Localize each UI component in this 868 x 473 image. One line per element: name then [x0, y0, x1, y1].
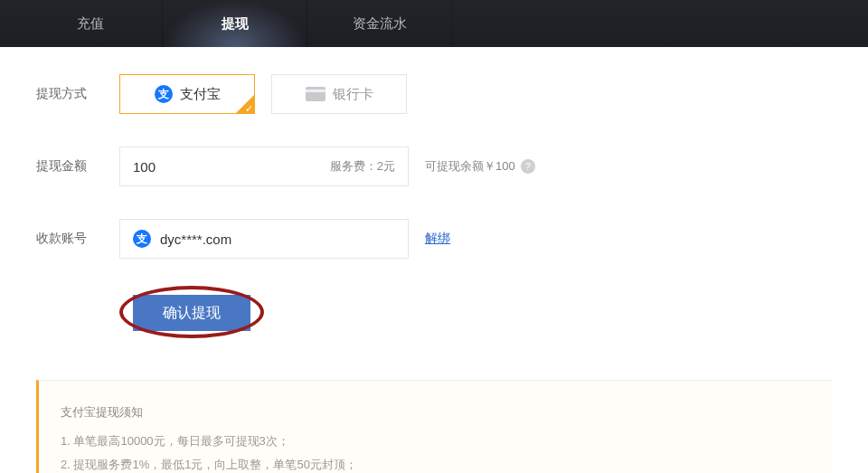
label-amount: 提现金额	[36, 158, 119, 175]
balance-value: 可提现余额￥100	[425, 158, 515, 175]
content-panel: 提现方式 支 支付宝 银行卡 提现金额 服务费：2元 可提现余额￥100 ? 收…	[0, 47, 868, 473]
row-amount: 提现金额 服务费：2元 可提现余额￥100 ?	[36, 147, 832, 186]
fee-text: 服务费：2元	[330, 158, 395, 175]
tab-fund-flow[interactable]: 资金流水	[307, 0, 452, 47]
notice-line-2: 2. 提现服务费1%，最低1元，向上取整，单笔50元封顶；	[61, 453, 810, 473]
method-bankcard[interactable]: 银行卡	[271, 74, 407, 114]
bankcard-icon	[306, 87, 326, 101]
account-value: dyc****.com	[160, 232, 231, 247]
submit-wrap: 确认提现	[119, 291, 264, 335]
label-method: 提现方式	[36, 86, 119, 102]
tab-withdraw[interactable]: 提现	[163, 0, 307, 47]
method-alipay[interactable]: 支 支付宝	[119, 74, 255, 114]
row-account: 收款账号 支 dyc****.com 解绑	[36, 219, 832, 259]
balance-text: 可提现余额￥100 ?	[425, 158, 535, 175]
amount-box: 服务费：2元	[119, 147, 409, 186]
alipay-icon: 支	[155, 85, 173, 103]
notice-title: 支付宝提现须知	[61, 401, 810, 424]
help-icon[interactable]: ?	[521, 159, 535, 174]
unbind-link[interactable]: 解绑	[425, 231, 450, 247]
top-tabs: 充值 提现 资金流水	[0, 0, 868, 47]
account-box: 支 dyc****.com	[119, 219, 409, 259]
row-method: 提现方式 支 支付宝 银行卡	[36, 74, 832, 114]
notice-line-1: 1. 单笔最高10000元，每日最多可提现3次；	[61, 430, 810, 453]
method-options: 支 支付宝 银行卡	[119, 74, 407, 114]
notice-panel: 支付宝提现须知 1. 单笔最高10000元，每日最多可提现3次； 2. 提现服务…	[36, 380, 832, 473]
confirm-withdraw-button[interactable]: 确认提现	[133, 295, 250, 331]
tab-recharge[interactable]: 充值	[18, 0, 163, 47]
method-alipay-label: 支付宝	[180, 86, 221, 103]
alipay-icon: 支	[133, 230, 151, 248]
method-bankcard-label: 银行卡	[333, 86, 373, 103]
label-account: 收款账号	[36, 231, 119, 247]
amount-input[interactable]	[133, 159, 241, 175]
